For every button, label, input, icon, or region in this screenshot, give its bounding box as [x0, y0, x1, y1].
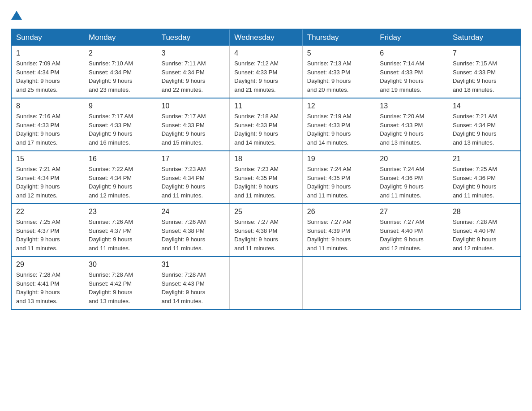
calendar-cell: 7 Sunrise: 7:15 AM Sunset: 4:33 PM Dayli… [448, 46, 521, 98]
calendar-cell: 14 Sunrise: 7:21 AM Sunset: 4:34 PM Dayl… [448, 98, 521, 151]
calendar-table: SundayMondayTuesdayWednesdayThursdayFrid… [11, 29, 521, 310]
day-info: Sunrise: 7:20 AM Sunset: 4:33 PM Dayligh… [380, 112, 443, 147]
page-header [11, 11, 521, 20]
day-number: 14 [453, 102, 516, 110]
calendar-cell: 21 Sunrise: 7:25 AM Sunset: 4:36 PM Dayl… [448, 151, 521, 204]
calendar-cell: 24 Sunrise: 7:26 AM Sunset: 4:38 PM Dayl… [157, 204, 230, 257]
calendar-cell: 4 Sunrise: 7:12 AM Sunset: 4:33 PM Dayli… [230, 46, 303, 98]
day-info: Sunrise: 7:25 AM Sunset: 4:37 PM Dayligh… [16, 218, 79, 253]
day-info: Sunrise: 7:23 AM Sunset: 4:34 PM Dayligh… [162, 165, 225, 200]
week-row-5: 29 Sunrise: 7:28 AM Sunset: 4:41 PM Dayl… [11, 257, 521, 309]
day-info: Sunrise: 7:28 AM Sunset: 4:42 PM Dayligh… [89, 270, 152, 305]
day-number: 4 [234, 49, 298, 57]
day-number: 23 [89, 208, 152, 216]
day-number: 20 [380, 155, 443, 163]
day-info: Sunrise: 7:28 AM Sunset: 4:41 PM Dayligh… [16, 270, 79, 305]
day-info: Sunrise: 7:18 AM Sunset: 4:33 PM Dayligh… [234, 112, 298, 147]
day-info: Sunrise: 7:21 AM Sunset: 4:34 PM Dayligh… [16, 165, 79, 200]
day-info: Sunrise: 7:17 AM Sunset: 4:33 PM Dayligh… [89, 112, 152, 147]
header-friday: Friday [375, 29, 448, 46]
day-info: Sunrise: 7:09 AM Sunset: 4:34 PM Dayligh… [16, 59, 79, 94]
calendar-cell: 23 Sunrise: 7:26 AM Sunset: 4:37 PM Dayl… [84, 204, 157, 257]
day-number: 1 [16, 49, 79, 57]
calendar-cell: 19 Sunrise: 7:24 AM Sunset: 4:35 PM Dayl… [302, 151, 375, 204]
calendar-cell [448, 257, 521, 309]
week-row-1: 1 Sunrise: 7:09 AM Sunset: 4:34 PM Dayli… [11, 46, 521, 98]
day-number: 11 [234, 102, 298, 110]
week-row-2: 8 Sunrise: 7:16 AM Sunset: 4:33 PM Dayli… [11, 98, 521, 151]
calendar-cell: 11 Sunrise: 7:18 AM Sunset: 4:33 PM Dayl… [230, 98, 303, 151]
day-number: 25 [234, 208, 298, 216]
calendar-cell: 18 Sunrise: 7:23 AM Sunset: 4:35 PM Dayl… [230, 151, 303, 204]
calendar-cell: 2 Sunrise: 7:10 AM Sunset: 4:34 PM Dayli… [84, 46, 157, 98]
day-number: 3 [162, 49, 225, 57]
day-number: 19 [307, 155, 371, 163]
logo-triangle-icon [11, 11, 22, 20]
day-info: Sunrise: 7:17 AM Sunset: 4:33 PM Dayligh… [162, 112, 225, 147]
day-number: 30 [89, 261, 152, 269]
day-number: 12 [307, 102, 371, 110]
calendar-cell: 13 Sunrise: 7:20 AM Sunset: 4:33 PM Dayl… [375, 98, 448, 151]
day-number: 28 [453, 208, 516, 216]
calendar-cell: 8 Sunrise: 7:16 AM Sunset: 4:33 PM Dayli… [11, 98, 84, 151]
calendar-cell: 1 Sunrise: 7:09 AM Sunset: 4:34 PM Dayli… [11, 46, 84, 98]
day-number: 16 [89, 155, 152, 163]
day-info: Sunrise: 7:26 AM Sunset: 4:38 PM Dayligh… [162, 218, 225, 253]
calendar-cell: 9 Sunrise: 7:17 AM Sunset: 4:33 PM Dayli… [84, 98, 157, 151]
day-info: Sunrise: 7:27 AM Sunset: 4:40 PM Dayligh… [380, 218, 443, 253]
header-saturday: Saturday [448, 29, 521, 46]
calendar-cell: 12 Sunrise: 7:19 AM Sunset: 4:33 PM Dayl… [302, 98, 375, 151]
day-info: Sunrise: 7:25 AM Sunset: 4:36 PM Dayligh… [453, 165, 516, 200]
day-info: Sunrise: 7:27 AM Sunset: 4:38 PM Dayligh… [234, 218, 298, 253]
day-info: Sunrise: 7:11 AM Sunset: 4:34 PM Dayligh… [162, 59, 225, 94]
header-wednesday: Wednesday [230, 29, 303, 46]
calendar-cell: 27 Sunrise: 7:27 AM Sunset: 4:40 PM Dayl… [375, 204, 448, 257]
day-number: 5 [307, 49, 371, 57]
day-info: Sunrise: 7:23 AM Sunset: 4:35 PM Dayligh… [234, 165, 298, 200]
day-info: Sunrise: 7:12 AM Sunset: 4:33 PM Dayligh… [234, 59, 298, 94]
day-info: Sunrise: 7:24 AM Sunset: 4:35 PM Dayligh… [307, 165, 371, 200]
day-info: Sunrise: 7:26 AM Sunset: 4:37 PM Dayligh… [89, 218, 152, 253]
day-info: Sunrise: 7:28 AM Sunset: 4:40 PM Dayligh… [453, 218, 516, 253]
day-number: 17 [162, 155, 225, 163]
header-sunday: Sunday [11, 29, 84, 46]
day-info: Sunrise: 7:15 AM Sunset: 4:33 PM Dayligh… [453, 59, 516, 94]
day-info: Sunrise: 7:10 AM Sunset: 4:34 PM Dayligh… [89, 59, 152, 94]
calendar-cell: 15 Sunrise: 7:21 AM Sunset: 4:34 PM Dayl… [11, 151, 84, 204]
week-row-4: 22 Sunrise: 7:25 AM Sunset: 4:37 PM Dayl… [11, 204, 521, 257]
calendar-cell: 25 Sunrise: 7:27 AM Sunset: 4:38 PM Dayl… [230, 204, 303, 257]
calendar-cell: 20 Sunrise: 7:24 AM Sunset: 4:36 PM Dayl… [375, 151, 448, 204]
day-number: 21 [453, 155, 516, 163]
day-number: 2 [89, 49, 152, 57]
calendar-header-row: SundayMondayTuesdayWednesdayThursdayFrid… [11, 29, 521, 46]
day-number: 9 [89, 102, 152, 110]
calendar-cell: 10 Sunrise: 7:17 AM Sunset: 4:33 PM Dayl… [157, 98, 230, 151]
calendar-cell: 3 Sunrise: 7:11 AM Sunset: 4:34 PM Dayli… [157, 46, 230, 98]
calendar-cell: 26 Sunrise: 7:27 AM Sunset: 4:39 PM Dayl… [302, 204, 375, 257]
calendar-cell: 16 Sunrise: 7:22 AM Sunset: 4:34 PM Dayl… [84, 151, 157, 204]
day-info: Sunrise: 7:19 AM Sunset: 4:33 PM Dayligh… [307, 112, 371, 147]
day-info: Sunrise: 7:27 AM Sunset: 4:39 PM Dayligh… [307, 218, 371, 253]
day-number: 10 [162, 102, 225, 110]
day-number: 8 [16, 102, 79, 110]
calendar-cell [302, 257, 375, 309]
week-row-3: 15 Sunrise: 7:21 AM Sunset: 4:34 PM Dayl… [11, 151, 521, 204]
day-number: 24 [162, 208, 225, 216]
day-number: 29 [16, 261, 79, 269]
day-number: 18 [234, 155, 298, 163]
calendar-cell: 28 Sunrise: 7:28 AM Sunset: 4:40 PM Dayl… [448, 204, 521, 257]
day-info: Sunrise: 7:14 AM Sunset: 4:33 PM Dayligh… [380, 59, 443, 94]
calendar-cell: 5 Sunrise: 7:13 AM Sunset: 4:33 PM Dayli… [302, 46, 375, 98]
day-info: Sunrise: 7:21 AM Sunset: 4:34 PM Dayligh… [453, 112, 516, 147]
svg-marker-0 [11, 11, 22, 20]
calendar-cell: 6 Sunrise: 7:14 AM Sunset: 4:33 PM Dayli… [375, 46, 448, 98]
day-number: 26 [307, 208, 371, 216]
day-number: 13 [380, 102, 443, 110]
header-tuesday: Tuesday [157, 29, 230, 46]
day-number: 6 [380, 49, 443, 57]
calendar-cell [230, 257, 303, 309]
calendar-cell: 17 Sunrise: 7:23 AM Sunset: 4:34 PM Dayl… [157, 151, 230, 204]
calendar-cell: 29 Sunrise: 7:28 AM Sunset: 4:41 PM Dayl… [11, 257, 84, 309]
day-info: Sunrise: 7:28 AM Sunset: 4:43 PM Dayligh… [162, 270, 225, 305]
day-number: 7 [453, 49, 516, 57]
